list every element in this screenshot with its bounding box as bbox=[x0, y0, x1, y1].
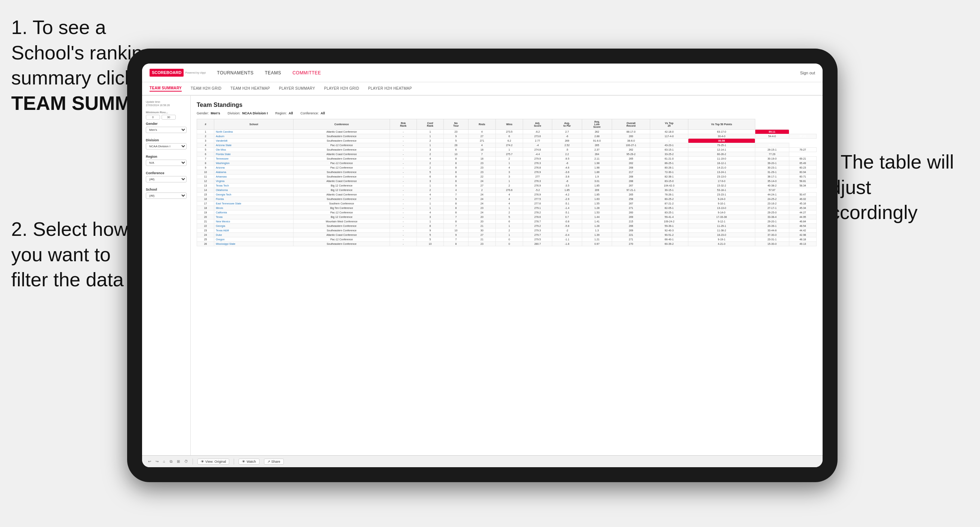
data-cell: 4-21-0 bbox=[688, 242, 755, 246]
grid-icon[interactable]: ⊞ bbox=[177, 459, 180, 464]
data-cell: 18 bbox=[468, 157, 496, 161]
school-cell[interactable]: Tennessee bbox=[214, 157, 294, 161]
school-cell[interactable]: Arkansas bbox=[214, 175, 294, 179]
sub-nav-team-summary[interactable]: TEAM SUMMARY bbox=[150, 86, 182, 92]
sub-nav-player-h2h-heatmap[interactable]: PLAYER H2H HEATMAP bbox=[368, 86, 412, 91]
data-cell: - bbox=[390, 148, 417, 152]
data-cell: 60-26-2 bbox=[688, 152, 755, 157]
data-cell: 15-32-2 bbox=[688, 184, 755, 188]
data-cell: 279.7 bbox=[523, 233, 552, 237]
data-cell: Pac-12 Conference bbox=[294, 143, 390, 148]
school-cell[interactable]: East Tennessee State bbox=[214, 202, 294, 206]
school-cell[interactable]: Georgia bbox=[214, 224, 294, 229]
watch-button[interactable]: 👁 Watch bbox=[239, 459, 259, 465]
data-cell: Southeastern Conference bbox=[294, 170, 390, 175]
data-cell: 262 bbox=[612, 161, 650, 165]
home-icon[interactable]: ⌂ bbox=[163, 459, 165, 464]
data-cell: - bbox=[390, 233, 417, 237]
school-cell[interactable]: Virginia bbox=[214, 179, 294, 184]
school-cell[interactable]: Washington bbox=[214, 161, 294, 165]
sign-out[interactable]: Sign out bbox=[800, 71, 815, 75]
school-cell[interactable]: California bbox=[214, 210, 294, 215]
conference-select[interactable]: (All) bbox=[146, 176, 186, 183]
school-cell[interactable]: Oklahoma bbox=[214, 188, 294, 192]
data-cell: 269 bbox=[552, 139, 582, 143]
school-cell[interactable]: Georgia Tech bbox=[214, 192, 294, 197]
region-select[interactable]: N/A bbox=[146, 160, 186, 166]
data-cell: 79-25-1 bbox=[688, 143, 755, 148]
data-cell: 8 bbox=[444, 219, 468, 224]
school-cell[interactable]: Ole Miss bbox=[214, 148, 294, 152]
table-row: 8WashingtonPac-12 Conference-28231276.3-… bbox=[197, 161, 817, 165]
data-cell: 83-15-0 bbox=[650, 179, 688, 184]
data-cell: 29-15-1 bbox=[755, 148, 789, 152]
slider-max[interactable]: 30 bbox=[162, 115, 176, 120]
data-cell: 276.9 bbox=[523, 184, 552, 188]
nav-tournaments[interactable]: TOURNAMENTS bbox=[217, 70, 253, 76]
data-cell: 1 bbox=[495, 224, 523, 229]
table-row: 3VanderbiltSoutheastern Conference-25271… bbox=[197, 139, 817, 143]
gender-select[interactable]: Men's bbox=[146, 127, 186, 133]
data-cell: 59-39-1 bbox=[650, 224, 688, 229]
sub-nav-team-h2h-heatmap[interactable]: TEAM H2H HEATMAP bbox=[230, 86, 270, 91]
score-cell: 50.47 bbox=[789, 192, 816, 197]
data-cell: 9-24-0 bbox=[688, 197, 755, 202]
data-cell: 266 bbox=[612, 224, 650, 229]
data-cell: 276.6 bbox=[495, 188, 523, 192]
data-cell: 7 bbox=[444, 237, 468, 242]
school-cell[interactable]: Alabama bbox=[214, 170, 294, 175]
data-cell: 0.7 bbox=[552, 215, 582, 219]
school-label: School bbox=[146, 187, 186, 191]
school-cell[interactable]: Vanderbilt bbox=[214, 139, 294, 143]
data-cell: 8 bbox=[197, 161, 214, 165]
data-cell: 3.01 bbox=[582, 179, 612, 184]
division-select[interactable]: NCAA Division I bbox=[146, 143, 186, 149]
school-cell[interactable]: Oregon bbox=[214, 237, 294, 242]
view-original-button[interactable]: 👁 View: Original bbox=[197, 459, 229, 465]
slider-min[interactable]: 0 bbox=[146, 115, 160, 120]
school-cell[interactable]: Florida State bbox=[214, 152, 294, 157]
data-cell: Southeastern Conference bbox=[294, 229, 390, 233]
data-cell: 24 bbox=[468, 192, 496, 197]
data-cell: 20 bbox=[468, 219, 496, 224]
nav-committee[interactable]: COMMITTEE bbox=[293, 70, 321, 76]
data-cell: 2.37 bbox=[582, 148, 612, 152]
data-cell: 53-18-1 bbox=[688, 188, 755, 192]
school-cell[interactable]: Auburn bbox=[214, 134, 294, 139]
school-cell[interactable]: Illinois bbox=[214, 206, 294, 210]
data-cell: 33-44-8 bbox=[755, 229, 789, 233]
school-cell[interactable]: Texas A&M bbox=[214, 229, 294, 233]
clock-icon[interactable]: ⏱ bbox=[185, 459, 188, 464]
tablet-screen: SCOREBOARD Powered by clippi TOURNAMENTS… bbox=[142, 63, 822, 467]
data-cell: 117-4-0 bbox=[650, 134, 688, 139]
data-cell: 2 bbox=[417, 161, 444, 165]
school-cell[interactable]: Texas Tech bbox=[214, 184, 294, 188]
sub-nav-team-h2h-grid[interactable]: TEAM H2H GRID bbox=[191, 86, 221, 91]
data-cell: 267 bbox=[612, 184, 650, 188]
data-cell: Pac-12 Conference bbox=[294, 161, 390, 165]
school-cell[interactable]: Florida bbox=[214, 197, 294, 202]
school-select[interactable]: (All) bbox=[146, 192, 186, 199]
share-button[interactable]: ↗ Share bbox=[264, 459, 284, 465]
redo-icon[interactable]: ↪ bbox=[156, 459, 159, 464]
undo-icon[interactable]: ↩ bbox=[148, 459, 151, 464]
school-cell[interactable]: Mississippi State bbox=[214, 242, 294, 246]
data-cell: 8 bbox=[444, 202, 468, 206]
data-cell: 276.8 bbox=[523, 165, 552, 170]
nav-teams[interactable]: TEAMS bbox=[265, 70, 281, 76]
data-cell: 1.85 bbox=[552, 188, 582, 192]
school-cell[interactable]: Arizona State bbox=[214, 143, 294, 148]
sub-nav-player-summary[interactable]: PLAYER SUMMARY bbox=[279, 86, 315, 91]
copy-icon[interactable]: ⧉ bbox=[170, 459, 172, 464]
school-cell[interactable]: Duke bbox=[214, 233, 294, 237]
table-row: 23Texas A&MSoutheastern Conference-91030… bbox=[197, 229, 817, 233]
school-cell[interactable]: New Mexico bbox=[214, 219, 294, 224]
school-cell[interactable]: North Carolina bbox=[214, 130, 294, 134]
data-cell: 1 bbox=[495, 179, 523, 184]
school-cell[interactable]: Arizona bbox=[214, 165, 294, 170]
data-cell: 1.44 bbox=[582, 215, 612, 219]
table-body: 1North CarolinaAtlantic Coast Conference… bbox=[197, 130, 817, 246]
sub-nav-player-h2h-grid[interactable]: PLAYER H2H GRID bbox=[324, 86, 360, 91]
school-cell[interactable]: Texas bbox=[214, 215, 294, 219]
data-cell: -4.2 bbox=[552, 192, 582, 197]
